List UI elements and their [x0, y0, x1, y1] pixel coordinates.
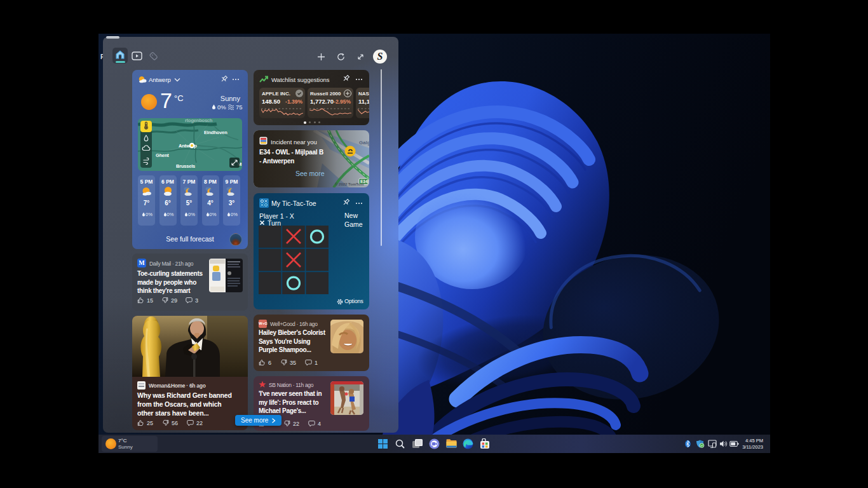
svg-text:Ghent: Ghent	[156, 152, 169, 158]
svg-text:Eindhoven: Eindhoven	[204, 130, 227, 135]
svg-text:Brussels: Brussels	[176, 163, 195, 169]
svg-text:rtogenbosch: rtogenbosch	[185, 118, 213, 123]
svg-text:Galgew: Galgew	[359, 140, 369, 146]
svg-text:© 2022 TomTom: © 2022 TomTom	[335, 182, 364, 186]
